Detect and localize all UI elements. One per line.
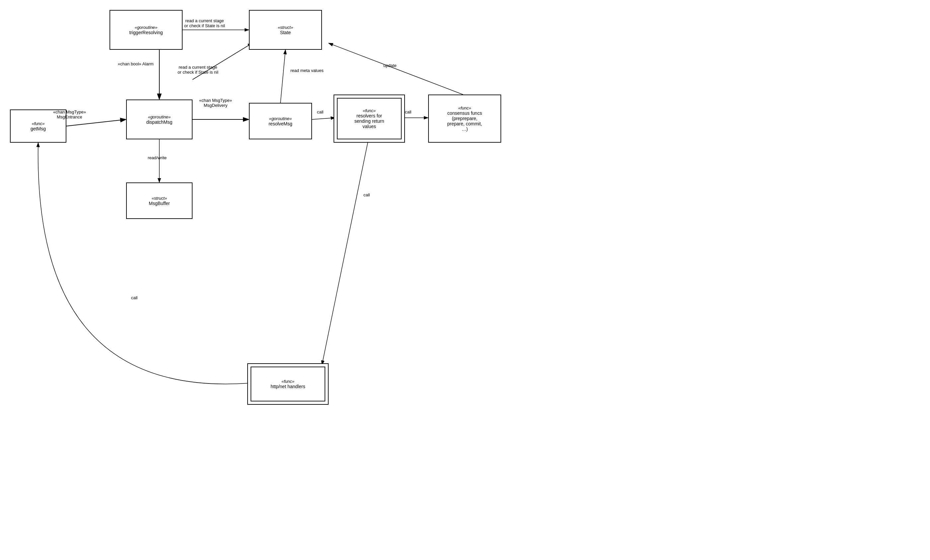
stereotype-getmsg: «func» bbox=[32, 121, 45, 126]
node-resolvemsg: «goroutine» resolveMsg bbox=[249, 103, 312, 139]
stereotype-dispatch: «goroutine» bbox=[148, 114, 171, 119]
stereotype-http: «func» bbox=[282, 379, 294, 384]
stereotype-resolvers: «func» bbox=[363, 108, 376, 113]
diagram: «goroutine» triggerResolving «struct» St… bbox=[0, 0, 930, 560]
label-call-1: call bbox=[317, 109, 323, 114]
arrows-svg bbox=[0, 0, 930, 560]
svg-line-7 bbox=[312, 118, 335, 119]
label-call-2: call bbox=[405, 109, 411, 114]
node-consensus: «func» consensus funcs (preprepare, prep… bbox=[428, 95, 501, 143]
label-call-4: call bbox=[131, 295, 138, 300]
node-http: «func» http/net handlers bbox=[251, 366, 325, 402]
label-msgentrance: «chan MsgType»MsgEntrance bbox=[53, 109, 86, 119]
svg-line-10 bbox=[329, 43, 463, 95]
stereotype-buffer: «struct» bbox=[152, 196, 167, 201]
svg-line-9 bbox=[280, 50, 285, 103]
label-read-meta: read meta values bbox=[290, 68, 323, 73]
label-read-stage-2: read a current stageor check if State is… bbox=[177, 65, 219, 75]
label-msgdelivery: «chan MsgType»MsgDelivery bbox=[199, 98, 232, 108]
node-resolvers: «func» resolvers for sending return valu… bbox=[337, 98, 402, 139]
label-read-stage-1: read a current stageor check if State is… bbox=[184, 18, 225, 28]
name-trigger: triggerResolving bbox=[129, 30, 163, 35]
name-consensus: consensus funcs (preprepare, prepare, co… bbox=[447, 111, 482, 132]
name-resolvers: resolvers for sending return values bbox=[354, 113, 384, 129]
node-trigger-resolving: «goroutine» triggerResolving bbox=[109, 10, 183, 50]
node-state: «struct» State bbox=[249, 10, 322, 50]
name-getmsg: getMsg bbox=[31, 126, 46, 131]
stereotype-resolve: «goroutine» bbox=[269, 116, 292, 121]
label-readwrite: read/write bbox=[148, 155, 166, 160]
stereotype-trigger: «goroutine» bbox=[135, 25, 158, 30]
name-state: State bbox=[280, 30, 291, 35]
name-http: http/net handlers bbox=[271, 384, 305, 389]
stereotype-consensus: «func» bbox=[458, 106, 471, 111]
node-msgbuffer: «struct» MsgBuffer bbox=[126, 183, 192, 219]
label-alarm: «chan bool» Alarm bbox=[118, 62, 154, 66]
svg-line-5 bbox=[66, 119, 126, 126]
name-dispatch: dispatchMsg bbox=[146, 119, 172, 125]
name-buffer: MsgBuffer bbox=[149, 201, 170, 206]
svg-line-12 bbox=[322, 139, 368, 365]
label-call-3: call bbox=[363, 192, 370, 197]
node-dispatchmsg: «goroutine» dispatchMsg bbox=[126, 100, 192, 139]
label-update: update bbox=[383, 63, 397, 68]
stereotype-state: «struct» bbox=[278, 25, 293, 30]
name-resolve: resolveMsg bbox=[268, 121, 293, 126]
